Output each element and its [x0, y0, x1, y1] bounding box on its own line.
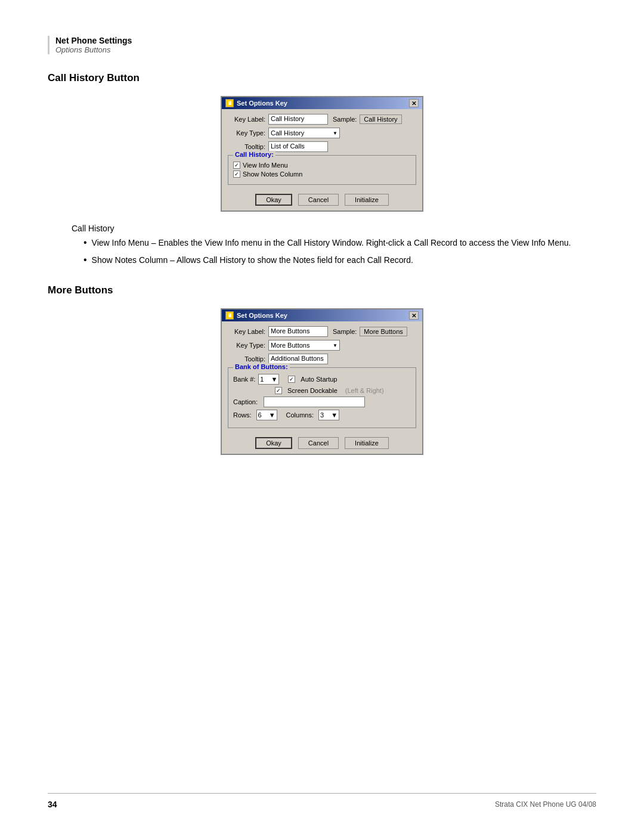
screen-dockable-label: Screen Dockable — [287, 387, 338, 394]
key-label-row-1: Key Label: Call History Sample: Call His… — [228, 114, 416, 125]
bank-label: Bank #: — [233, 376, 255, 383]
dialog-titlebar-2: 🖥 Set Options Key ✕ — [222, 309, 422, 321]
show-notes-checkbox[interactable] — [233, 171, 240, 178]
dialog-close-btn-1[interactable]: ✕ — [409, 99, 419, 107]
initialize-btn-1[interactable]: Initialize — [345, 194, 389, 206]
okay-btn-1[interactable]: Okay — [255, 194, 292, 206]
dialog-button-row-1: Okay Cancel Initialize — [228, 191, 416, 206]
columns-label: Columns: — [286, 411, 314, 419]
show-notes-row: Show Notes Column — [233, 171, 411, 178]
cancel-btn-2[interactable]: Cancel — [298, 437, 339, 449]
view-info-menu-row: View Info Menu — [233, 162, 411, 169]
call-history-dialog-wrapper: 🖥 Set Options Key ✕ Key Label: Call Hist… — [48, 96, 596, 212]
call-history-bullets: • View Info Menu – Enables the View Info… — [83, 237, 596, 267]
key-type-dropdown-1[interactable]: Call History ▼ — [268, 128, 340, 138]
bullet-dot-2: • — [83, 254, 87, 265]
rows-dropdown[interactable]: 6 ▼ — [256, 410, 277, 420]
footer-doc-info: Strata CIX Net Phone UG 04/08 — [495, 800, 596, 809]
rows-columns-row: Rows: 6 ▼ Columns: 3 ▼ — [233, 410, 411, 420]
bank-dropdown-arrow: ▼ — [271, 376, 277, 383]
header-section: Net Phone Settings Options Buttons — [48, 36, 596, 54]
cancel-btn-1[interactable]: Cancel — [298, 194, 339, 206]
rows-dropdown-arrow: ▼ — [269, 411, 275, 419]
more-buttons-dialog: 🖥 Set Options Key ✕ Key Label: More Butt… — [221, 308, 423, 455]
dialog-body-1: Key Label: Call History Sample: Call His… — [222, 109, 422, 210]
columns-dropdown-arrow: ▼ — [331, 411, 338, 419]
key-label-label-1: Key Label: — [228, 116, 268, 123]
caption-row: Caption: — [233, 397, 411, 407]
sample-btn-2[interactable]: More Buttons — [360, 327, 407, 336]
dropdown-arrow-2: ▼ — [333, 343, 338, 348]
bank-group-legend: Bank of Buttons: — [233, 363, 290, 370]
key-label-input-1[interactable]: Call History — [268, 114, 328, 125]
call-history-section: Call History Button 🖥 Set Options Key ✕ … — [48, 72, 596, 267]
bank-group-content: Bank #: 1 ▼ Auto Startup — [233, 374, 411, 420]
caption-label: Caption: — [233, 398, 258, 405]
key-type-label-2: Key Type: — [228, 342, 268, 349]
bullet-text-2: Show Notes Column – Allows Call History … — [92, 254, 413, 267]
sample-label-2: Sample: — [333, 328, 357, 335]
sample-label-1: Sample: — [333, 116, 357, 123]
dropdown-arrow-1: ▼ — [333, 131, 338, 136]
auto-startup-checkbox[interactable] — [288, 376, 295, 383]
call-history-groupbox: Call History: View Info Menu Show Notes … — [228, 155, 416, 185]
titlebar-left-2: 🖥 Set Options Key — [225, 311, 287, 320]
more-buttons-dialog-wrapper: 🖥 Set Options Key ✕ Key Label: More Butt… — [48, 308, 596, 455]
caption-input[interactable] — [264, 397, 365, 407]
page-footer: 34 Strata CIX Net Phone UG 04/08 — [48, 793, 596, 809]
bank-number-row: Bank #: 1 ▼ Auto Startup — [233, 374, 411, 385]
auto-startup-label: Auto Startup — [301, 376, 337, 383]
bank-of-buttons-groupbox: Bank of Buttons: Bank #: 1 ▼ Auto Star — [228, 367, 416, 428]
dialog-icon-2: 🖥 — [225, 311, 234, 320]
key-label-label-2: Key Label: — [228, 328, 268, 335]
bullet-item-1: • View Info Menu – Enables the View Info… — [83, 237, 596, 249]
key-type-dropdown-2[interactable]: More Buttons ▼ — [268, 340, 340, 351]
bank-number-dropdown[interactable]: 1 ▼ — [258, 374, 279, 385]
dialog-close-btn-2[interactable]: ✕ — [409, 311, 419, 320]
view-info-menu-label: View Info Menu — [243, 162, 288, 169]
call-history-description: Call History — [72, 224, 596, 233]
sample-btn-1[interactable]: Call History — [360, 114, 401, 124]
call-history-dialog: 🖥 Set Options Key ✕ Key Label: Call Hist… — [221, 96, 423, 212]
more-buttons-section: More Buttons 🖥 Set Options Key ✕ Key Lab… — [48, 284, 596, 455]
dialog-title-text-1: Set Options Key — [237, 100, 287, 107]
key-type-label-1: Key Type: — [228, 129, 268, 137]
key-type-row-1: Key Type: Call History ▼ — [228, 128, 416, 138]
page-container: Net Phone Settings Options Buttons Call … — [0, 0, 644, 833]
dialog-body-2: Key Label: More Buttons Sample: More But… — [222, 321, 422, 454]
group-box-content-1: View Info Menu Show Notes Column — [233, 162, 411, 178]
left-right-label: (Left & Right) — [345, 387, 384, 394]
bullet-text-1: View Info Menu – Enables the View Info m… — [92, 237, 571, 249]
tooltip-label-2: Tooltip: — [228, 355, 268, 363]
key-type-row-2: Key Type: More Buttons ▼ — [228, 340, 416, 351]
screen-dockable-checkbox[interactable] — [275, 387, 282, 394]
call-history-heading: Call History Button — [48, 72, 596, 84]
key-label-row-2: Key Label: More Buttons Sample: More But… — [228, 326, 416, 337]
header-subtitle: Options Buttons — [55, 45, 596, 54]
group-box-legend-1: Call History: — [233, 151, 275, 158]
key-label-input-2[interactable]: More Buttons — [268, 326, 328, 337]
screen-dockable-row: Screen Dockable (Left & Right) — [275, 387, 411, 394]
rows-label: Rows: — [233, 411, 252, 419]
page-number: 34 — [48, 800, 57, 809]
show-notes-label: Show Notes Column — [243, 171, 302, 178]
bullet-dot-1: • — [83, 237, 87, 248]
titlebar-left-1: 🖥 Set Options Key — [225, 99, 287, 107]
dialog-icon-1: 🖥 — [225, 99, 234, 107]
initialize-btn-2[interactable]: Initialize — [345, 437, 389, 449]
dialog-titlebar-1: 🖥 Set Options Key ✕ — [222, 97, 422, 109]
view-info-menu-checkbox[interactable] — [233, 162, 240, 169]
okay-btn-2[interactable]: Okay — [255, 437, 292, 449]
tooltip-label-1: Tooltip: — [228, 143, 268, 150]
dialog-title-text-2: Set Options Key — [237, 312, 287, 319]
bullet-item-2: • Show Notes Column – Allows Call Histor… — [83, 254, 596, 267]
columns-dropdown[interactable]: 3 ▼ — [318, 410, 339, 420]
tooltip-input-1[interactable]: List of Calls — [268, 141, 328, 152]
more-buttons-heading: More Buttons — [48, 284, 596, 296]
header-title: Net Phone Settings — [55, 36, 596, 45]
dialog-button-row-2: Okay Cancel Initialize — [228, 434, 416, 449]
